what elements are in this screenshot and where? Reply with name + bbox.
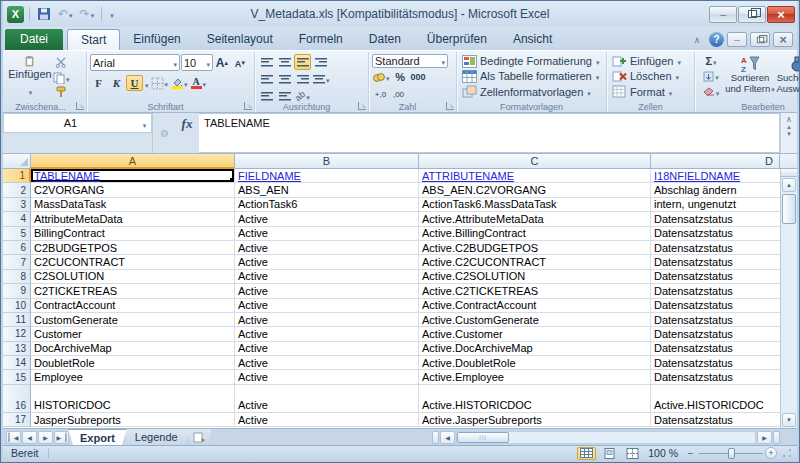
vertical-scrollbar[interactable]: [780, 169, 797, 428]
cell-A11[interactable]: CustomGenerate: [31, 313, 235, 327]
workbook-restore-button[interactable]: [750, 32, 770, 47]
cell-B12[interactable]: Active: [235, 327, 419, 341]
column-header-d[interactable]: D: [651, 154, 780, 169]
cell-D13[interactable]: Datensatzstatus: [651, 342, 780, 356]
cell-B11[interactable]: Active: [235, 313, 419, 327]
cell-A4[interactable]: AttributeMetaData: [31, 212, 235, 226]
cell-A17[interactable]: JasperSubreports: [31, 413, 235, 427]
dialog-launcher-icon[interactable]: [244, 102, 252, 110]
resize-grip[interactable]: [781, 447, 793, 459]
row-header-10[interactable]: 10: [3, 299, 31, 313]
tab-datei[interactable]: Datei: [5, 29, 63, 50]
workbook-close-button[interactable]: [773, 32, 793, 47]
cell-B16[interactable]: Active: [235, 385, 419, 413]
font-name-select[interactable]: Arial: [90, 54, 180, 71]
split-handle[interactable]: [773, 431, 780, 444]
close-button[interactable]: [767, 6, 795, 23]
tab-start[interactable]: Start: [67, 29, 120, 50]
cell-B1[interactable]: FIELDNAME: [235, 169, 419, 183]
insert-function-button[interactable]: fx: [175, 113, 199, 153]
cell-D12[interactable]: Datensatzstatus: [651, 327, 780, 341]
cell-A16[interactable]: HISTORICDOC: [31, 385, 235, 413]
cell-A8[interactable]: C2SOLUTION: [31, 270, 235, 284]
row-header-12[interactable]: 12: [3, 327, 31, 341]
column-header-c[interactable]: C: [419, 154, 651, 169]
scroll-down-button[interactable]: [782, 413, 796, 427]
cell-C6[interactable]: Active.C2BUDGETPOS: [419, 241, 651, 255]
copy-button[interactable]: [52, 71, 71, 85]
format-painter-button[interactable]: [52, 85, 71, 99]
scroll-left-button[interactable]: [440, 431, 455, 444]
row-header-9[interactable]: 9: [3, 284, 31, 298]
cell-D10[interactable]: Datensatzstatus: [651, 299, 780, 313]
cell-A9[interactable]: C2TICKETREAS: [31, 284, 235, 298]
row-header-4[interactable]: 4: [3, 212, 31, 226]
font-size-select[interactable]: 10: [181, 54, 213, 71]
fill-color-button[interactable]: [170, 75, 189, 91]
horizontal-scroll-track[interactable]: |||: [456, 431, 756, 444]
sort-filter-button[interactable]: A Z Sortieren und Filtern: [724, 54, 776, 99]
normal-view-button[interactable]: [577, 447, 596, 460]
page-break-view-button[interactable]: [623, 447, 642, 460]
scroll-up-button[interactable]: [782, 178, 796, 192]
cell-A6[interactable]: C2BUDGETPOS: [31, 241, 235, 255]
cell-A13[interactable]: DocArchiveMap: [31, 342, 235, 356]
dialog-launcher-icon[interactable]: [76, 102, 84, 110]
cell-A14[interactable]: DoubletRole: [31, 356, 235, 370]
cell-C3[interactable]: ActionTask6.MassDataTask: [419, 198, 651, 212]
cell-A7[interactable]: C2CUCONTRACT: [31, 255, 235, 269]
cell-B10[interactable]: Active: [235, 299, 419, 313]
cell-A5[interactable]: BillingContract: [31, 227, 235, 241]
cell-D8[interactable]: Datensatzstatus: [651, 270, 780, 284]
tab-ansicht[interactable]: Ansicht: [500, 29, 565, 50]
cell-D14[interactable]: Datensatzstatus: [651, 356, 780, 370]
excel-logo-icon[interactable]: [7, 6, 24, 23]
cell-C12[interactable]: Active.Customer: [419, 327, 651, 341]
align-center-button[interactable]: [276, 71, 293, 87]
row-header-15[interactable]: 15: [3, 370, 31, 384]
accounting-format-button[interactable]: [372, 69, 391, 85]
dialog-launcher-icon[interactable]: [446, 102, 454, 110]
cell-D2[interactable]: Abschlag ändern: [651, 183, 780, 197]
cell-C7[interactable]: Active.C2CUCONTRACT: [419, 255, 651, 269]
cell-C11[interactable]: Active.CustomGenerate: [419, 313, 651, 327]
cell-D5[interactable]: Datensatzstatus: [651, 227, 780, 241]
find-select-button[interactable]: Suchen und Auswählen: [776, 54, 800, 99]
cell-D11[interactable]: Datensatzstatus: [651, 313, 780, 327]
help-icon[interactable]: [709, 32, 724, 47]
row-header-7[interactable]: 7: [3, 255, 31, 269]
clear-button[interactable]: [698, 85, 724, 99]
delete-cells-button[interactable]: Löschen: [610, 69, 683, 83]
format-cells-button[interactable]: Format: [610, 85, 683, 99]
zoom-out-button[interactable]: −: [684, 447, 697, 460]
next-sheet-button[interactable]: [38, 431, 53, 444]
cell-D15[interactable]: Datensatzstatus: [651, 370, 780, 384]
cell-A15[interactable]: Employee: [31, 370, 235, 384]
cell-C15[interactable]: Active.Employee: [419, 370, 651, 384]
cell-C17[interactable]: Active.JasperSubreports: [419, 413, 651, 427]
column-header-b[interactable]: B: [235, 154, 419, 169]
page-layout-view-button[interactable]: [600, 447, 619, 460]
row-header-14[interactable]: 14: [3, 356, 31, 370]
cell-D9[interactable]: Datensatzstatus: [651, 284, 780, 298]
tab-formeln[interactable]: Formeln: [286, 29, 356, 50]
fill-button[interactable]: [698, 69, 724, 83]
comma-style-button[interactable]: 000: [410, 69, 427, 85]
cell-B5[interactable]: Active: [235, 227, 419, 241]
grow-font-button[interactable]: ▲: [214, 55, 231, 71]
last-sheet-button[interactable]: [54, 431, 69, 444]
cell-B8[interactable]: Active: [235, 270, 419, 284]
save-button[interactable]: [35, 5, 53, 23]
cell-C13[interactable]: Active.DocArchiveMap: [419, 342, 651, 356]
scroll-right-button[interactable]: [757, 431, 772, 444]
row-header-1[interactable]: 1: [3, 169, 31, 183]
cell-C2[interactable]: ABS_AEN.C2VORGANG: [419, 183, 651, 197]
cell-B3[interactable]: ActionTask6: [235, 198, 419, 212]
tab-seitenlayout[interactable]: Seitenlayout: [194, 29, 286, 50]
minimize-button[interactable]: [709, 6, 737, 23]
decrease-decimal-button[interactable]: ,00: [390, 86, 407, 102]
row-header-11[interactable]: 11: [3, 313, 31, 327]
name-box-resizer[interactable]: [153, 113, 175, 153]
cell-D6[interactable]: Datensatzstatus: [651, 241, 780, 255]
undo-button[interactable]: ↶: [56, 5, 75, 23]
